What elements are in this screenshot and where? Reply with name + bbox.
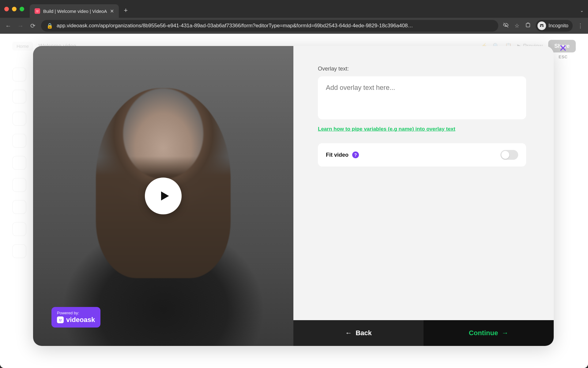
back-button[interactable]: ← Back	[293, 320, 424, 346]
nav-forward-icon[interactable]: →	[17, 22, 24, 29]
powered-by-badge[interactable]: Powered by: videoask	[51, 307, 100, 328]
svg-point-0	[36, 10, 37, 11]
tab-favicon-icon	[35, 8, 40, 14]
extensions-icon[interactable]	[525, 22, 531, 30]
url-text: app.videoask.com/app/organizations/8b955…	[57, 23, 413, 29]
page-content: Home Welcome video ⚡ 🔍 📋 ▶ Preview Share	[0, 34, 588, 368]
svg-point-5	[61, 319, 62, 320]
bookmark-star-icon[interactable]: ☆	[514, 22, 520, 29]
close-modal-icon[interactable]: ✕	[559, 42, 567, 54]
powered-by-brand: videoask	[66, 316, 95, 324]
continue-button[interactable]: Continue →	[424, 320, 554, 346]
modal-form-panel: Overlay text: Learn how to pipe variable…	[293, 46, 554, 346]
secure-lock-icon: 🔒	[47, 23, 53, 29]
help-icon[interactable]: ?	[352, 151, 359, 158]
toggle-knob	[501, 151, 509, 159]
window-zoom[interactable]	[20, 7, 24, 11]
browser-tab-strip: Build | Welcome video | VideoA ✕ + ⌄	[0, 0, 588, 18]
eye-off-icon[interactable]	[503, 22, 509, 30]
window-minimize[interactable]	[12, 7, 17, 11]
overlay-text-input[interactable]	[318, 76, 526, 119]
window-close[interactable]	[4, 7, 9, 11]
new-tab-button[interactable]: +	[124, 6, 128, 14]
incognito-label: Incognito	[548, 23, 568, 29]
fit-video-row: Fit video ?	[318, 143, 526, 167]
incognito-icon	[537, 21, 546, 30]
window-controls	[4, 7, 24, 11]
continue-button-label: Continue	[469, 329, 498, 337]
powered-by-label: Powered by:	[57, 311, 95, 315]
modal-footer: ← Back Continue →	[293, 320, 554, 346]
nav-back-icon[interactable]: ←	[4, 22, 12, 29]
tab-close-icon[interactable]: ✕	[110, 8, 114, 14]
play-icon	[158, 189, 171, 203]
url-field[interactable]: 🔒 app.videoask.com/app/organizations/8b9…	[41, 20, 498, 32]
back-button-label: Back	[356, 329, 372, 337]
browser-tab[interactable]: Build | Welcome video | VideoA ✕	[30, 4, 119, 18]
modal: Powered by: videoask Overlay text: Learn…	[33, 46, 554, 346]
videoask-logo-icon	[57, 316, 64, 323]
browser-address-bar: ← → ⟳ 🔒 app.videoask.com/app/organizatio…	[0, 18, 588, 34]
nav-reload-icon[interactable]: ⟳	[29, 22, 37, 29]
video-preview: Powered by: videoask	[33, 46, 293, 346]
pipe-variables-help-link[interactable]: Learn how to pipe variables (e.g name) i…	[318, 126, 455, 132]
incognito-chip[interactable]: Incognito	[536, 20, 573, 32]
svg-rect-3	[527, 22, 529, 23]
arrow-left-icon: ←	[345, 329, 352, 337]
svg-point-1	[38, 10, 38, 11]
tabs-overflow-icon[interactable]: ⌄	[580, 8, 584, 13]
browser-menu-icon[interactable]: ⋮	[577, 22, 584, 29]
close-esc-label: ESC	[559, 55, 568, 59]
overlay-text-label: Overlay text:	[318, 66, 529, 72]
tab-title: Build | Welcome video | VideoA	[43, 9, 107, 14]
fit-video-label: Fit video	[326, 152, 349, 158]
svg-rect-2	[526, 23, 530, 27]
svg-point-4	[59, 319, 60, 320]
arrow-right-icon: →	[502, 329, 508, 337]
fit-video-toggle[interactable]	[500, 150, 518, 160]
play-button[interactable]	[145, 178, 182, 214]
